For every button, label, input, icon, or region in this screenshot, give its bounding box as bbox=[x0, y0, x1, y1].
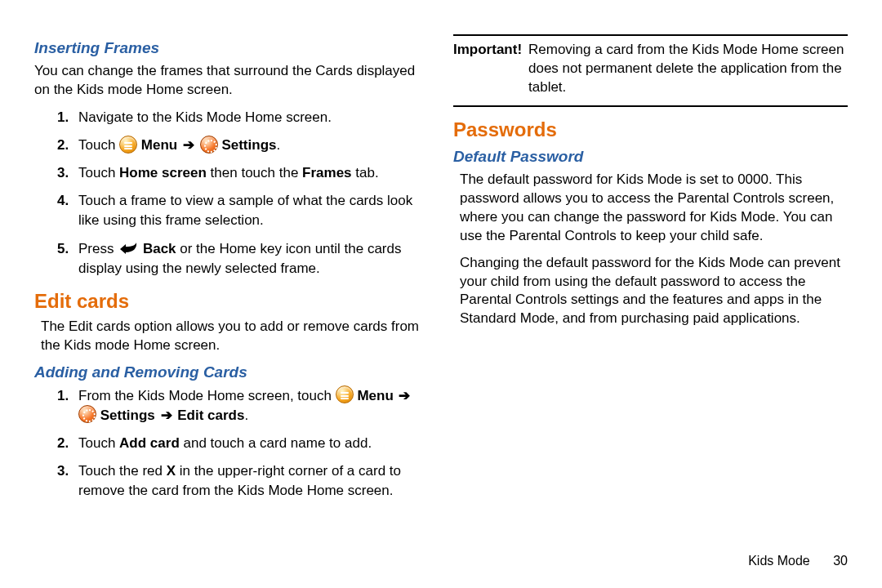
list-item: 1. Navigate to the Kids Mode Home screen… bbox=[34, 108, 429, 127]
step-number: 3. bbox=[57, 461, 69, 481]
list-item: 5. Press Back or the Home key icon until… bbox=[34, 239, 429, 278]
subheading-default-password: Default Password bbox=[453, 148, 848, 166]
subheading-inserting-frames: Inserting Frames bbox=[34, 39, 429, 57]
ordered-list-frames: 1. Navigate to the Kids Mode Home screen… bbox=[34, 108, 429, 278]
step-number: 3. bbox=[57, 163, 69, 183]
bold-text: Home screen bbox=[119, 165, 207, 180]
step-text-fragment: Touch bbox=[78, 435, 119, 451]
step-number: 5. bbox=[57, 239, 69, 259]
subheading-adding-removing: Adding and Removing Cards bbox=[34, 363, 429, 381]
step-text-fragment: Press bbox=[78, 241, 118, 256]
bold-text: Menu bbox=[357, 388, 397, 403]
menu-icon bbox=[119, 136, 137, 154]
bold-text: Settings bbox=[221, 137, 276, 153]
step-text-fragment: tab. bbox=[352, 165, 379, 180]
step-text-fragment: then touch the bbox=[207, 165, 302, 180]
page-number: 30 bbox=[833, 554, 848, 568]
step-text-fragment: Touch the red bbox=[78, 463, 167, 479]
arrow-icon: ➔ bbox=[181, 137, 196, 153]
step-text-fragment: . bbox=[276, 137, 280, 153]
note-lead: Important! bbox=[453, 41, 522, 60]
settings-icon bbox=[78, 405, 96, 423]
step-text: Touch a frame to view a sample of what t… bbox=[78, 193, 412, 228]
note-content: Removing a card from the Kids Mode Home … bbox=[528, 42, 844, 95]
arrow-icon: ➔ bbox=[159, 408, 174, 423]
step-text-fragment: Touch bbox=[78, 165, 119, 180]
bold-text: Back bbox=[143, 241, 176, 256]
list-item: 3. Touch the red X in the upper-right co… bbox=[34, 461, 429, 501]
step-text-fragment: and touch a card name to add. bbox=[180, 435, 372, 451]
step-text-fragment: . bbox=[244, 408, 248, 423]
left-column: Inserting Frames You can change the fram… bbox=[34, 33, 429, 509]
list-item: 2. Touch Add card and touch a card name … bbox=[34, 434, 429, 453]
heading-edit-cards: Edit cards bbox=[34, 290, 429, 313]
right-column: Important! Removing a card from the Kids… bbox=[453, 33, 848, 509]
settings-icon bbox=[200, 136, 218, 154]
document-page: Inserting Frames You can change the fram… bbox=[0, 0, 882, 509]
bold-text: X bbox=[167, 463, 176, 479]
step-text-fragment: From the Kids Mode Home screen, touch bbox=[78, 388, 336, 403]
list-item: 2. Touch Menu ➔ Settings. bbox=[34, 136, 429, 155]
step-number: 1. bbox=[57, 386, 69, 406]
paragraph: Changing the default password for the Ki… bbox=[460, 254, 848, 329]
arrow-icon: ➔ bbox=[397, 388, 412, 403]
page-footer: Kids Mode 30 bbox=[748, 554, 848, 568]
bold-text: Settings bbox=[100, 408, 159, 423]
bold-text: Frames bbox=[302, 165, 351, 180]
list-item: 3. Touch Home screen then touch the Fram… bbox=[34, 163, 429, 183]
note-body: Important! Removing a card from the Kids… bbox=[453, 41, 848, 97]
list-item: 4. Touch a frame to view a sample of wha… bbox=[34, 191, 429, 230]
bold-text: Edit cards bbox=[177, 408, 244, 423]
step-text-fragment: Touch bbox=[78, 137, 119, 153]
step-number: 2. bbox=[57, 434, 69, 453]
heading-passwords: Passwords bbox=[453, 118, 848, 141]
step-text: Navigate to the Kids Mode Home screen. bbox=[78, 109, 332, 125]
paragraph: The default password for Kids Mode is se… bbox=[460, 171, 848, 246]
footer-section: Kids Mode bbox=[748, 554, 810, 568]
ordered-list-cards: 1. From the Kids Mode Home screen, touch… bbox=[34, 386, 429, 501]
back-icon bbox=[118, 241, 139, 254]
important-note: Important! Removing a card from the Kids… bbox=[453, 34, 848, 107]
step-number: 4. bbox=[57, 191, 69, 211]
bold-text: Add card bbox=[119, 435, 180, 451]
list-item: 1. From the Kids Mode Home screen, touch… bbox=[34, 386, 429, 425]
step-number: 2. bbox=[57, 136, 69, 155]
paragraph: You can change the frames that surround … bbox=[34, 62, 429, 100]
step-number: 1. bbox=[57, 108, 69, 127]
menu-icon bbox=[336, 385, 354, 403]
paragraph: The Edit cards option allows you to add … bbox=[41, 318, 429, 355]
bold-text: Menu bbox=[141, 137, 181, 153]
